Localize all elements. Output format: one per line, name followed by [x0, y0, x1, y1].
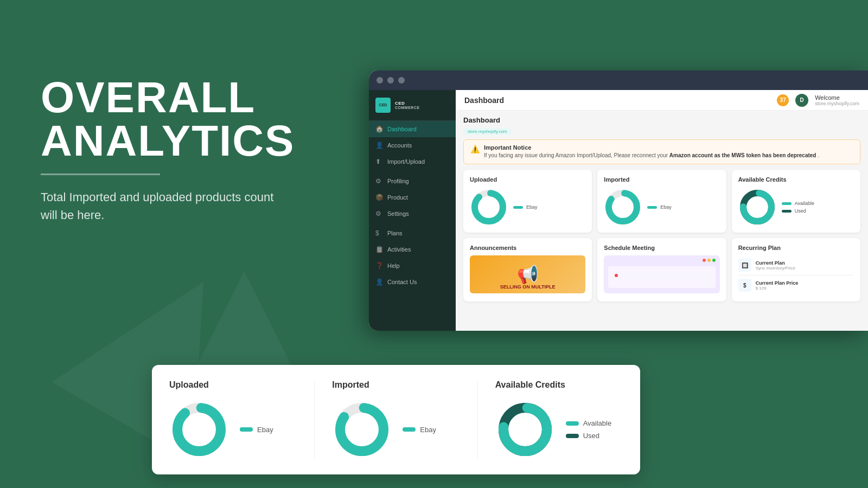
notice-text: If you facing any issue during Amazon Im… [484, 152, 819, 159]
content-area: Dashboard store.myshopify.com ⚠️ Importa… [456, 111, 868, 331]
logo-text-line1: CED [395, 101, 420, 106]
stat-card-credits: Available Credits [732, 170, 860, 233]
meeting-title: Schedule Meeting [604, 245, 719, 251]
notice-content: Important Notice If you facing any issue… [484, 144, 819, 159]
current-plan-label: Current Plan [756, 260, 795, 266]
recurring-row-1: 🔲 Current Plan Sync Inventory/Price [738, 255, 854, 275]
uploaded-float-card: Uploaded Ebay [169, 380, 315, 459]
uploaded-card-content: Ebay [169, 400, 297, 459]
sidebar-item-contact[interactable]: 👤 Contact Us [369, 274, 456, 290]
home-icon: 🏠 [375, 125, 383, 133]
sidebar-item-help[interactable]: ❓ Help [369, 258, 456, 274]
imported-legend: Ebay [403, 426, 436, 434]
credits-card-content: Available Used [495, 400, 623, 459]
svg-point-1 [177, 408, 221, 451]
mini-dot-teal [513, 206, 523, 209]
logo-text-line2: COMMERCE [395, 106, 420, 110]
legend-dot-available [566, 421, 579, 426]
settings-icon: ⚙ [375, 210, 383, 217]
legend-ebay-imported: Ebay [403, 426, 436, 434]
main-title: OVERALL ANALYTICS [41, 76, 290, 163]
mini-dot-used [782, 210, 792, 213]
sidebar-item-plans-label: Plans [387, 230, 403, 236]
sidebar-item-import-upload[interactable]: ⬆ Import/Upload [369, 153, 456, 170]
title-divider [41, 174, 160, 175]
imported-card-content: Ebay [332, 400, 459, 459]
meeting-dots [703, 259, 716, 262]
plan-price-info: Current Plan Price $ 109 [756, 280, 799, 291]
stat-chart-credits: Available Used [738, 188, 854, 226]
stat-card-credits-title: Available Credits [738, 176, 854, 183]
uploaded-mini-legend: Ebay [513, 204, 538, 210]
legend-dot-teal [240, 427, 253, 432]
plan-price-sub: $ 109 [756, 286, 799, 291]
credits-donut [495, 400, 555, 459]
sidebar-item-activities[interactable]: 📋 Activities [369, 241, 456, 258]
announcement-image: 📢 SELLING ON MULTIPLE [470, 255, 585, 293]
accounts-icon: 👤 [375, 142, 383, 149]
sidebar-item-profiling[interactable]: ⚙ Profiling [369, 173, 456, 189]
profiling-icon: ⚙ [375, 177, 383, 185]
top-bar: Dashboard 37 D Welcome store.myshopify.c… [456, 90, 868, 111]
mini-dot-available [782, 202, 792, 205]
legend-used: Used [566, 432, 612, 440]
sidebar-item-dashboard[interactable]: 🏠 Dashboard [369, 121, 456, 137]
browser-dot-2 [387, 77, 394, 84]
dashboard-heading: Dashboard [463, 116, 860, 124]
mini-dot-teal-imp [647, 206, 657, 209]
sidebar-item-help-label: Help [387, 262, 400, 269]
current-plan-sub: Sync Inventory/Price [756, 266, 795, 271]
browser-window: CED CED COMMERCE 🏠 Dashboard 👤 Accounts … [369, 70, 868, 331]
activities-icon: 📋 [375, 246, 383, 253]
plan-price-label: Current Plan Price [756, 280, 799, 286]
imported-mini-legend: Ebay [647, 204, 672, 210]
dot-green [712, 259, 716, 262]
notice-title: Important Notice [484, 144, 819, 151]
sidebar-item-plans[interactable]: $ Plans [369, 225, 456, 241]
mini-legend-available: Available [782, 201, 814, 206]
legend-available: Available [566, 419, 612, 427]
credits-legend: Available Used [566, 419, 612, 440]
credits-card-title: Available Credits [495, 380, 565, 390]
bottom-grid: Announcements 📢 SELLING ON MULTIPLE Sche… [463, 238, 860, 301]
sidebar-item-settings[interactable]: ⚙ Settings [369, 206, 456, 222]
browser-dot-3 [398, 77, 405, 84]
plans-icon: $ [375, 229, 383, 237]
announcement-text: SELLING ON MULTIPLE [470, 284, 585, 290]
sidebar-item-accounts[interactable]: 👤 Accounts [369, 137, 456, 153]
store-url: store.myshopify.com [815, 101, 859, 106]
sidebar-item-product-label: Product [387, 194, 408, 201]
user-avatar[interactable]: D [795, 94, 808, 107]
store-badge: store.myshopify.com [463, 128, 512, 135]
meeting-inner [608, 266, 715, 288]
imported-mini-donut [604, 188, 642, 226]
welcome-group: Welcome store.myshopify.com [815, 94, 859, 106]
legend-dot-used [566, 434, 579, 438]
sidebar-item-dashboard-label: Dashboard [387, 126, 417, 132]
contact-icon: 👤 [375, 278, 383, 286]
credits-mini-donut [738, 188, 776, 226]
current-plan-info: Current Plan Sync Inventory/Price [756, 260, 795, 271]
main-content: Dashboard 37 D Welcome store.myshopify.c… [456, 90, 868, 331]
plan-price-icon: $ [738, 279, 751, 292]
recurring-row-2: $ Current Plan Price $ 109 [738, 275, 854, 295]
left-panel: OVERALL ANALYTICS Total Imported and upl… [41, 76, 290, 224]
mini-legend-ebay-imp: Ebay [647, 204, 672, 210]
credits-float-card: Available Credits Available Used [495, 380, 623, 459]
legend-ebay: Ebay [240, 426, 273, 434]
import-icon: ⬆ [375, 158, 383, 165]
subtitle-text: Total Imported and uploaded products cou… [41, 188, 290, 224]
browser-chrome [369, 70, 868, 90]
sidebar-item-product[interactable]: 📦 Product [369, 189, 456, 206]
uploaded-donut [169, 400, 229, 459]
recurring-plan-card: Recurring Plan 🔲 Current Plan Sync Inven… [732, 238, 860, 301]
sidebar-item-import-label: Import/Upload [387, 158, 425, 165]
notification-badge[interactable]: 37 [777, 94, 789, 106]
stat-card-imported-title: Imported [604, 176, 719, 183]
logo-box: CED [375, 98, 391, 113]
svg-point-7 [475, 193, 503, 221]
current-plan-icon: 🔲 [738, 259, 751, 272]
credits-mini-legend: Available Used [782, 201, 814, 214]
svg-point-3 [340, 408, 384, 451]
meeting-content [604, 255, 719, 293]
